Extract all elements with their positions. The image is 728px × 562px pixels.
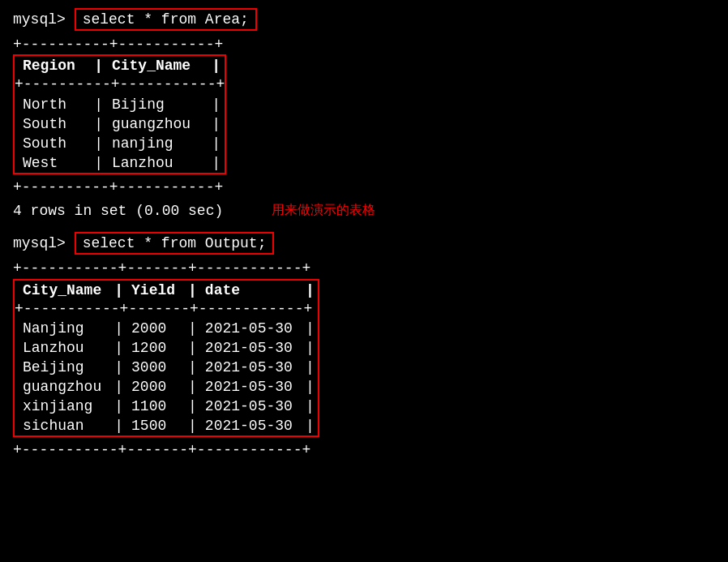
output-sep3-1: | [306,338,318,358]
output-sep1-1: | [114,338,123,358]
output-sep2-0: | [188,319,197,338]
output-table: City_Name | Yield | date | +-----------+… [15,281,318,435]
area-row-0: North | Bijing | [15,95,225,114]
output-sep1-0: | [114,319,123,338]
output-table-box: City_Name | Yield | date | +-----------+… [13,279,319,437]
output-city-0: Nanjing [15,319,114,338]
area-divider-top: +----------+-----------+ [13,36,715,54]
area-sep-3: | [94,153,104,173]
output-city-3: guangzhou [15,377,114,397]
output-row-1: Lanzhou | 1200 | 2021-05-30 | [15,338,318,358]
output-row-0: Nanjing | 2000 | 2021-05-30 | [15,319,318,338]
output-date-0: 2021-05-30 [197,319,306,338]
area-sep2-1: | [212,114,225,134]
area-table-box: Region | City_Name | +----------+-------… [13,54,226,174]
output-yield-4: 1100 [123,397,188,416]
output-sep1-2: | [114,358,123,377]
output-date-4: 2021-05-30 [197,397,306,416]
query1-line: mysql> select * from Area; [13,8,715,31]
area-table: Region | City_Name | +----------+-------… [15,56,225,172]
area-table-wrapper: +----------+-----------+ Region | City_N… [13,36,715,197]
output-col-sep3: | [306,281,318,300]
output-col-date: date [197,281,306,300]
area-sep2-3: | [212,153,225,173]
output-sep2-3: | [188,377,197,397]
area-header-row: Region | City_Name | [15,56,225,75]
output-col-cityname: City_Name [15,281,114,300]
output-col-sep1: | [114,281,123,300]
query2-line: mysql> select * from Output; [13,232,715,255]
output-date-3: 2021-05-30 [197,377,306,397]
output-yield-0: 2000 [123,319,188,338]
rows-info-1: 4 rows in set (0.00 sec) 用来做演示的表格 [13,202,715,219]
output-divider-bottom: +-----------+-------+------------+ [13,441,715,460]
output-date-2: 2021-05-30 [197,358,306,377]
output-row-4: xinjiang | 1100 | 2021-05-30 | [15,397,318,416]
output-divider-mid: +-----------+-------+------------+ [15,300,318,319]
area-header-divider: +----------+-----------+ [15,75,225,94]
output-date-1: 2021-05-30 [197,338,306,358]
output-sep1-4: | [114,397,123,416]
output-divider-top: +-----------+-------+------------+ [13,260,715,278]
output-sep3-3: | [306,377,318,397]
output-yield-5: 1500 [123,416,188,435]
query2-cmd: select * from Output; [75,232,275,255]
area-col-cityname: City_Name [104,56,212,75]
output-city-5: sichuan [15,416,114,435]
output-city-2: Beijing [15,358,114,377]
area-divider-mid: +----------+-----------+ [15,75,225,94]
area-col-sep2: | [212,56,225,75]
output-city-4: xinjiang [15,397,114,416]
area-col-sep1: | [94,56,104,75]
output-sep2-1: | [188,338,197,358]
output-col-yield: Yield [123,281,188,300]
output-row-3: guangzhou | 2000 | 2021-05-30 | [15,377,318,397]
area-region-1: South [15,114,94,134]
output-sep1-3: | [114,377,123,397]
area-city-3: Lanzhou [104,153,212,173]
output-sep2-4: | [188,397,197,416]
annotation: 用来做演示的表格 [272,202,375,219]
area-col-region: Region [15,56,94,75]
output-sep1-5: | [114,416,123,435]
output-yield-1: 1200 [123,338,188,358]
output-sep3-4: | [306,397,318,416]
rows-count-1: 4 rows in set (0.00 sec) [13,203,223,219]
area-city-0: Bijing [104,95,212,114]
area-region-3: West [15,153,94,173]
output-row-2: Beijing | 3000 | 2021-05-30 | [15,358,318,377]
output-yield-3: 2000 [123,377,188,397]
area-row-2: South | nanjing | [15,134,225,153]
output-date-5: 2021-05-30 [197,416,306,435]
area-sep-2: | [94,134,104,153]
area-city-2: nanjing [104,134,212,153]
output-yield-2: 3000 [123,358,188,377]
area-sep2-2: | [212,134,225,153]
output-sep3-5: | [306,416,318,435]
output-city-1: Lanzhou [15,338,114,358]
area-sep-1: | [94,114,104,134]
area-region-0: North [15,95,94,114]
output-sep2-2: | [188,358,197,377]
area-divider-bottom: +----------+-----------+ [13,178,715,197]
area-sep2-0: | [212,95,225,114]
query1-cmd: select * from Area; [75,8,257,31]
area-sep-0: | [94,95,104,114]
output-row-5: sichuan | 1500 | 2021-05-30 | [15,416,318,435]
prompt2: mysql> [13,235,75,251]
output-header-row: City_Name | Yield | date | [15,281,318,300]
output-sep3-0: | [306,319,318,338]
output-sep3-2: | [306,358,318,377]
area-row-1: South | guangzhou | [15,114,225,134]
area-row-3: West | Lanzhou | [15,153,225,173]
output-table-wrapper: +-----------+-------+------------+ City_… [13,260,715,460]
prompt1: mysql> [13,11,75,28]
area-region-2: South [15,134,94,153]
area-city-1: guangzhou [104,114,212,134]
output-header-divider: +-----------+-------+------------+ [15,300,318,319]
output-col-sep2: | [188,281,197,300]
output-sep2-5: | [188,416,197,435]
